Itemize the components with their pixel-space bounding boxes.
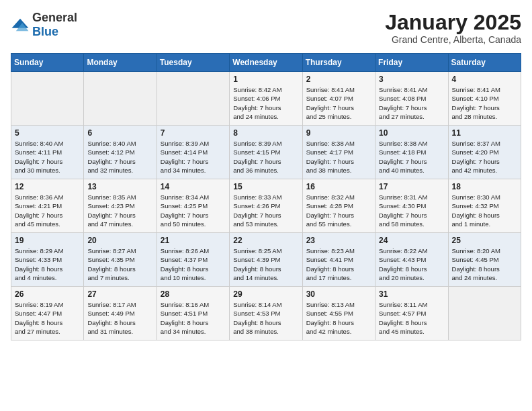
cell-content: Sunrise: 8:40 AM Sunset: 4:11 PM Dayligh…: [15, 139, 80, 175]
day-number: 11: [452, 128, 517, 138]
calendar-cell: 7Sunrise: 8:39 AM Sunset: 4:14 PM Daylig…: [157, 126, 229, 179]
cell-content: Sunrise: 8:35 AM Sunset: 4:23 PM Dayligh…: [87, 193, 152, 228]
month-year: January 2025: [385, 11, 521, 34]
calendar-cell: 22Sunrise: 8:25 AM Sunset: 4:39 PM Dayli…: [230, 233, 302, 287]
calendar-cell: 9Sunrise: 8:38 AM Sunset: 4:17 PM Daylig…: [302, 126, 375, 179]
day-number: 16: [306, 182, 371, 191]
title-area: January 2025 Grand Centre, Alberta, Cana…: [385, 11, 521, 45]
day-number: 10: [379, 128, 444, 138]
cell-content: Sunrise: 8:41 AM Sunset: 4:10 PM Dayligh…: [452, 85, 517, 121]
day-number: 27: [87, 289, 152, 299]
calendar-cell: 12Sunrise: 8:36 AM Sunset: 4:21 PM Dayli…: [11, 179, 84, 233]
calendar-week-row: 26Sunrise: 8:19 AM Sunset: 4:47 PM Dayli…: [11, 287, 521, 340]
cell-content: Sunrise: 8:13 AM Sunset: 4:55 PM Dayligh…: [306, 300, 371, 336]
day-number: 7: [161, 128, 226, 138]
cell-content: Sunrise: 8:38 AM Sunset: 4:17 PM Dayligh…: [306, 139, 371, 175]
day-of-week-header: Saturday: [448, 54, 521, 72]
calendar-cell: 19Sunrise: 8:29 AM Sunset: 4:33 PM Dayli…: [11, 233, 84, 287]
calendar-cell: 15Sunrise: 8:33 AM Sunset: 4:26 PM Dayli…: [230, 179, 302, 233]
cell-content: Sunrise: 8:14 AM Sunset: 4:53 PM Dayligh…: [233, 300, 298, 336]
calendar-cell: 17Sunrise: 8:31 AM Sunset: 4:30 PM Dayli…: [375, 179, 448, 233]
day-number: 17: [379, 182, 444, 191]
day-number: 6: [87, 128, 152, 138]
logo-text: General Blue: [32, 11, 77, 39]
cell-content: Sunrise: 8:29 AM Sunset: 4:33 PM Dayligh…: [15, 246, 80, 282]
logo-blue: Blue: [32, 25, 58, 38]
calendar-cell: 8Sunrise: 8:39 AM Sunset: 4:15 PM Daylig…: [230, 126, 302, 179]
day-number: 14: [161, 182, 226, 191]
cell-content: Sunrise: 8:22 AM Sunset: 4:43 PM Dayligh…: [379, 246, 444, 282]
calendar-cell: 11Sunrise: 8:37 AM Sunset: 4:20 PM Dayli…: [448, 126, 521, 179]
calendar-cell: [157, 72, 229, 126]
calendar-cell: 25Sunrise: 8:20 AM Sunset: 4:45 PM Dayli…: [448, 233, 521, 287]
day-number: 5: [15, 128, 80, 138]
cell-content: Sunrise: 8:33 AM Sunset: 4:26 PM Dayligh…: [233, 193, 298, 228]
cell-content: Sunrise: 8:40 AM Sunset: 4:12 PM Dayligh…: [87, 139, 152, 175]
calendar-cell: [448, 287, 521, 340]
cell-content: Sunrise: 8:17 AM Sunset: 4:49 PM Dayligh…: [87, 300, 152, 336]
location: Grand Centre, Alberta, Canada: [385, 34, 521, 45]
day-number: 12: [15, 182, 80, 191]
day-of-week-header: Friday: [375, 54, 448, 72]
day-number: 28: [161, 289, 226, 299]
cell-content: Sunrise: 8:39 AM Sunset: 4:14 PM Dayligh…: [161, 139, 226, 175]
logo-icon: [11, 17, 30, 32]
cell-content: Sunrise: 8:32 AM Sunset: 4:28 PM Dayligh…: [306, 193, 371, 228]
day-of-week-header: Sunday: [11, 54, 84, 72]
day-number: 1: [233, 75, 298, 84]
day-number: 22: [233, 236, 298, 245]
calendar-cell: [11, 72, 84, 126]
calendar-cell: 6Sunrise: 8:40 AM Sunset: 4:12 PM Daylig…: [84, 126, 157, 179]
cell-content: Sunrise: 8:37 AM Sunset: 4:20 PM Dayligh…: [452, 139, 517, 175]
day-number: 26: [15, 289, 80, 299]
calendar-cell: 14Sunrise: 8:34 AM Sunset: 4:25 PM Dayli…: [157, 179, 229, 233]
calendar-cell: 31Sunrise: 8:11 AM Sunset: 4:57 PM Dayli…: [375, 287, 448, 340]
calendar-cell: 18Sunrise: 8:30 AM Sunset: 4:32 PM Dayli…: [448, 179, 521, 233]
cell-content: Sunrise: 8:23 AM Sunset: 4:41 PM Dayligh…: [306, 246, 371, 282]
calendar-cell: 13Sunrise: 8:35 AM Sunset: 4:23 PM Dayli…: [84, 179, 157, 233]
calendar-cell: 24Sunrise: 8:22 AM Sunset: 4:43 PM Dayli…: [375, 233, 448, 287]
cell-content: Sunrise: 8:16 AM Sunset: 4:51 PM Dayligh…: [161, 300, 226, 336]
cell-content: Sunrise: 8:36 AM Sunset: 4:21 PM Dayligh…: [15, 193, 80, 228]
day-number: 15: [233, 182, 298, 191]
calendar-table: SundayMondayTuesdayWednesdayThursdayFrid…: [11, 53, 521, 340]
calendar-cell: 29Sunrise: 8:14 AM Sunset: 4:53 PM Dayli…: [230, 287, 302, 340]
cell-content: Sunrise: 8:34 AM Sunset: 4:25 PM Dayligh…: [161, 193, 226, 228]
cell-content: Sunrise: 8:38 AM Sunset: 4:18 PM Dayligh…: [379, 139, 444, 175]
day-number: 4: [452, 75, 517, 84]
calendar-cell: 16Sunrise: 8:32 AM Sunset: 4:28 PM Dayli…: [302, 179, 375, 233]
calendar-cell: 2Sunrise: 8:41 AM Sunset: 4:07 PM Daylig…: [302, 72, 375, 126]
cell-content: Sunrise: 8:41 AM Sunset: 4:07 PM Dayligh…: [306, 85, 371, 121]
day-of-week-header: Tuesday: [157, 54, 229, 72]
day-number: 8: [233, 128, 298, 138]
cell-content: Sunrise: 8:42 AM Sunset: 4:06 PM Dayligh…: [233, 85, 298, 121]
calendar-header-row: SundayMondayTuesdayWednesdayThursdayFrid…: [11, 54, 521, 72]
cell-content: Sunrise: 8:31 AM Sunset: 4:30 PM Dayligh…: [379, 193, 444, 228]
calendar-cell: 4Sunrise: 8:41 AM Sunset: 4:10 PM Daylig…: [448, 72, 521, 126]
calendar-cell: 28Sunrise: 8:16 AM Sunset: 4:51 PM Dayli…: [157, 287, 229, 340]
logo-general: General: [32, 11, 77, 24]
calendar-cell: 27Sunrise: 8:17 AM Sunset: 4:49 PM Dayli…: [84, 287, 157, 340]
calendar-week-row: 19Sunrise: 8:29 AM Sunset: 4:33 PM Dayli…: [11, 233, 521, 287]
logo: General Blue: [11, 11, 77, 39]
cell-content: Sunrise: 8:30 AM Sunset: 4:32 PM Dayligh…: [452, 193, 517, 228]
calendar-week-row: 12Sunrise: 8:36 AM Sunset: 4:21 PM Dayli…: [11, 179, 521, 233]
day-number: 31: [379, 289, 444, 299]
calendar-cell: 3Sunrise: 8:41 AM Sunset: 4:08 PM Daylig…: [375, 72, 448, 126]
calendar-week-row: 1Sunrise: 8:42 AM Sunset: 4:06 PM Daylig…: [11, 72, 521, 126]
day-number: 30: [306, 289, 371, 299]
day-of-week-header: Monday: [84, 54, 157, 72]
day-number: 19: [15, 236, 80, 245]
day-number: 29: [233, 289, 298, 299]
day-of-week-header: Wednesday: [230, 54, 302, 72]
calendar-cell: 10Sunrise: 8:38 AM Sunset: 4:18 PM Dayli…: [375, 126, 448, 179]
page-header: General Blue January 2025 Grand Centre, …: [11, 11, 521, 45]
cell-content: Sunrise: 8:25 AM Sunset: 4:39 PM Dayligh…: [233, 246, 298, 282]
calendar-cell: [84, 72, 157, 126]
cell-content: Sunrise: 8:27 AM Sunset: 4:35 PM Dayligh…: [87, 246, 152, 282]
day-number: 25: [452, 236, 517, 245]
cell-content: Sunrise: 8:19 AM Sunset: 4:47 PM Dayligh…: [15, 300, 80, 336]
day-number: 20: [87, 236, 152, 245]
calendar-cell: 5Sunrise: 8:40 AM Sunset: 4:11 PM Daylig…: [11, 126, 84, 179]
day-number: 9: [306, 128, 371, 138]
